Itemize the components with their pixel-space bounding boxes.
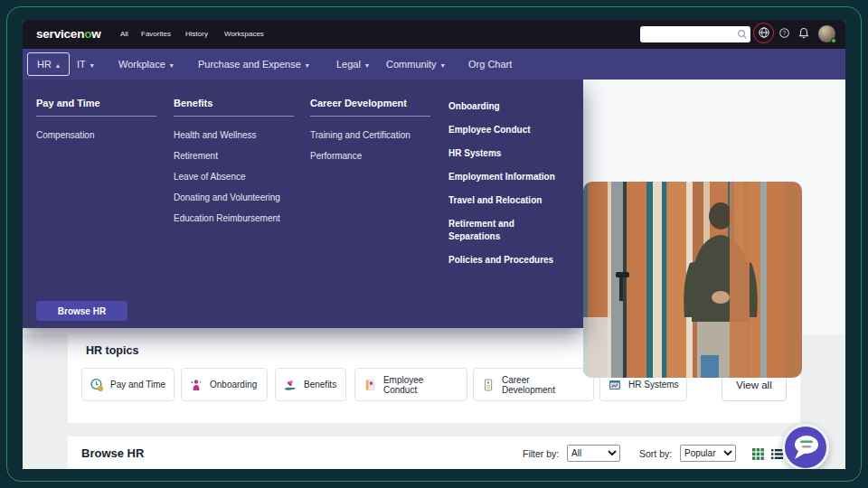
menu-item-donating-and-volunteering[interactable]: Donating and Volunteering (174, 192, 300, 203)
menu-column-benefits: Benefits Health and Wellness Retirement … (174, 98, 300, 233)
app-window: servicenow All Favorites History Workspa… (23, 20, 845, 469)
menu-item-onboarding[interactable]: Onboarding (448, 100, 568, 113)
tab-workplace[interactable]: Workplace (118, 49, 174, 80)
menu-item-compensation[interactable]: Compensation (36, 129, 163, 141)
hero-person-silhouette (583, 182, 802, 378)
browse-hr-button[interactable]: Browse HR (36, 301, 127, 321)
portal-navbar: HR IT Workplace Purchase and Expense Leg… (23, 49, 845, 80)
servicenow-logo[interactable]: servicenow (36, 20, 101, 49)
chevron-down-icon (306, 61, 309, 70)
topic-card-career-development[interactable]: Career Development (473, 368, 594, 401)
menu-item-leave-of-absence[interactable]: Leave of Absence (174, 171, 300, 183)
help-icon[interactable]: ? (778, 27, 790, 39)
annotation-red-circle (753, 23, 774, 43)
list-view-icon[interactable] (771, 448, 783, 460)
sort-by-label: Sort by: (639, 448, 672, 459)
search-icon (736, 28, 749, 41)
logo-text: servicen (36, 27, 84, 41)
menu-item-policies-and-procedures[interactable]: Policies and Procedures (448, 254, 568, 267)
menu-item-hr-systems[interactable]: HR Systems (448, 147, 568, 160)
chevron-down-icon (90, 61, 94, 70)
chat-bubble-icon (785, 427, 826, 468)
tab-org-chart[interactable]: Org Chart (468, 49, 512, 80)
svg-text:?: ? (783, 30, 787, 36)
filter-by-label: Filter by: (523, 448, 559, 459)
browse-hr-section: Browse HR Filter by: All Sort by: Popula… (68, 436, 800, 469)
topic-card-onboarding[interactable]: Onboarding (181, 368, 268, 401)
search-input[interactable] (640, 26, 750, 42)
topnav-favorites[interactable]: Favorites (141, 20, 171, 49)
hero-image (583, 182, 802, 378)
user-avatar[interactable] (818, 25, 835, 42)
menu-item-employee-conduct[interactable]: Employee Conduct (448, 124, 568, 136)
chevron-down-icon (441, 61, 445, 70)
topnav-all[interactable]: All (120, 20, 128, 49)
monitor-icon (608, 378, 622, 392)
topic-label: HR Systems (628, 380, 679, 389)
topic-label: Employee Conduct (383, 375, 459, 395)
divider (36, 116, 156, 117)
menu-column-pay-and-time: Pay and Time Compensation (36, 98, 163, 150)
menu-column-title: Benefits (174, 98, 300, 108)
sort-select[interactable]: Popular (680, 445, 736, 462)
topic-label: Benefits (304, 380, 336, 389)
clock-coin-icon (90, 378, 104, 392)
chevron-up-icon (56, 61, 60, 70)
person-icon (189, 378, 203, 392)
menu-item-retirement-and-separations[interactable]: Retirement and Separations (448, 218, 568, 243)
menu-featured-column: Onboarding Employee Conduct HR Systems E… (448, 100, 568, 277)
logo-text-end: w (91, 27, 100, 41)
menu-item-training-and-certification[interactable]: Training and Certification (310, 129, 437, 141)
topic-label: Onboarding (210, 380, 257, 389)
tab-community-label: Community (386, 59, 437, 70)
handbook-icon (363, 378, 377, 392)
tab-purchase-and-expense[interactable]: Purchase and Expense (198, 49, 309, 80)
tab-hr[interactable]: HR (27, 52, 70, 76)
tab-community[interactable]: Community (386, 49, 445, 80)
menu-item-retirement[interactable]: Retirement (174, 150, 300, 162)
menu-column-title: Career Development (310, 98, 437, 108)
browse-hr-heading: Browse HR (81, 446, 144, 460)
tab-hr-label: HR (37, 59, 52, 70)
tab-workplace-label: Workplace (118, 59, 165, 70)
tab-org-chart-label: Org Chart (468, 59, 512, 70)
hand-gift-icon (283, 378, 297, 392)
menu-item-education-reimbursement[interactable]: Education Reimbursement (174, 212, 300, 224)
hr-mega-menu: Pay and Time Compensation Benefits Healt… (23, 80, 583, 328)
document-icon (481, 378, 495, 392)
topnav-workspaces[interactable]: Workspaces (224, 20, 264, 49)
topic-label: Career Development (502, 375, 580, 395)
chevron-down-icon (365, 61, 369, 70)
grid-view-icon[interactable] (752, 448, 764, 460)
topic-card-benefits[interactable]: Benefits (275, 368, 346, 401)
tab-legal[interactable]: Legal (336, 49, 369, 80)
tab-purchase-label: Purchase and Expense (198, 59, 301, 70)
chat-fab-button[interactable] (782, 424, 829, 469)
topic-label: Pay and Time (110, 380, 165, 389)
menu-column-title: Pay and Time (36, 98, 163, 108)
filter-select[interactable]: All (567, 445, 620, 462)
menu-column-career-development: Career Development Training and Certific… (310, 98, 437, 171)
tab-it[interactable]: IT (77, 49, 94, 80)
divider (174, 116, 294, 117)
topic-card-pay-and-time[interactable]: Pay and Time (81, 368, 175, 401)
menu-item-travel-and-relocation[interactable]: Travel and Relocation (448, 194, 568, 207)
device-frame: servicenow All Favorites History Workspa… (0, 0, 868, 488)
chevron-down-icon (170, 61, 174, 70)
topnav-history[interactable]: History (185, 20, 208, 49)
presence-status-dot (831, 38, 836, 43)
notifications-bell-icon[interactable] (797, 27, 810, 40)
hr-topics-heading: HR topics (86, 344, 138, 357)
menu-item-performance[interactable]: Performance (310, 150, 437, 162)
tab-legal-label: Legal (336, 59, 361, 70)
tab-it-label: IT (77, 59, 86, 70)
menu-item-employment-information[interactable]: Employment Information (448, 171, 568, 183)
divider (310, 116, 430, 117)
top-header-bar: servicenow All Favorites History Workspa… (23, 20, 845, 49)
topic-card-employee-conduct[interactable]: Employee Conduct (354, 368, 467, 401)
menu-item-health-and-wellness[interactable]: Health and Wellness (174, 129, 300, 141)
